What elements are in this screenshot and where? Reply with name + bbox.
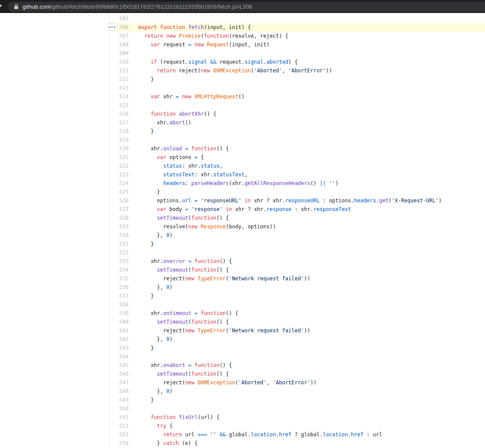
code-token: xhr. <box>138 258 163 264</box>
line-number[interactable]: 505 <box>110 14 129 23</box>
line-number[interactable]: 521 <box>110 153 129 162</box>
line-number[interactable]: 512 <box>110 75 129 84</box>
line-number[interactable]: 524 <box>110 179 129 188</box>
code-token: ) <box>169 232 172 238</box>
line-number[interactable]: 525 <box>110 188 129 196</box>
code-token: href <box>351 432 363 438</box>
code-token: return <box>157 68 175 74</box>
code-line: 518 } <box>110 127 485 136</box>
code-token: ) <box>169 388 172 394</box>
line-number[interactable]: 536 <box>110 283 129 292</box>
line-number[interactable]: 552 <box>110 422 129 430</box>
code-line: 545 xhr.onabort = function() { <box>110 361 485 370</box>
reload-icon[interactable]: ⟳ <box>0 1 5 12</box>
line-number[interactable]: 523 <box>110 170 129 179</box>
line-number[interactable]: 520 <box>110 144 129 153</box>
line-number[interactable]: 531 <box>110 240 129 248</box>
line-number[interactable]: 546 <box>110 370 129 378</box>
line-number[interactable]: 518 <box>110 127 129 136</box>
code-token: xhr. <box>138 362 163 368</box>
line-number[interactable]: 551 <box>110 413 129 422</box>
line-number[interactable]: 541 <box>110 326 129 335</box>
line-number[interactable]: 530 <box>110 231 129 240</box>
line-number[interactable]: 511 <box>110 66 129 75</box>
code-token: function <box>194 258 220 264</box>
line-number[interactable]: 517 <box>110 118 129 127</box>
line-number[interactable]: 537 <box>110 292 129 300</box>
code-line: 540 setTimeout(function() { <box>110 318 485 326</box>
line-content: return reject(new DOMException('Aborted'… <box>129 66 332 75</box>
line-number[interactable]: 543 <box>110 344 129 352</box>
code-token: = <box>185 206 188 212</box>
line-number[interactable]: 508 <box>110 40 129 49</box>
line-content: export function fetch(input, init) { <box>129 23 251 32</box>
line-content: xhr.onerror = function() { <box>129 257 232 266</box>
line-number[interactable]: 550 <box>110 404 129 413</box>
code-token: function <box>191 267 217 273</box>
line-content <box>129 14 138 23</box>
line-number[interactable]: 510 <box>110 58 129 66</box>
expand-line-actions-button[interactable] <box>106 23 118 31</box>
code-token: setTimeout <box>157 371 188 377</box>
code-token <box>176 33 179 39</box>
line-number[interactable]: 544 <box>110 352 129 361</box>
code-token: () { <box>220 258 232 264</box>
line-number[interactable]: 553 <box>110 430 129 439</box>
line-number[interactable]: 519 <box>110 136 129 144</box>
code-token: ontimeout <box>163 310 191 316</box>
code-line: 524 headers: parseHeaders(xhr.getAllResp… <box>110 179 485 188</box>
code-token: reject( <box>176 68 201 74</box>
line-number[interactable]: 535 <box>110 274 129 283</box>
code-line: 530 }, 0) <box>110 231 485 240</box>
code-token <box>157 24 160 30</box>
line-number[interactable]: 507 <box>110 32 129 40</box>
line-number[interactable]: 513 <box>110 84 129 92</box>
line-number[interactable]: 527 <box>110 205 129 214</box>
code-token: function <box>201 310 226 316</box>
code-token: )) <box>304 328 310 334</box>
line-number[interactable]: 534 <box>110 266 129 274</box>
code-token: function <box>194 362 220 368</box>
code-token <box>138 206 157 212</box>
code-token: }, <box>138 284 166 290</box>
code-token: () { <box>217 267 229 273</box>
code-line: 513 <box>110 84 485 92</box>
line-number[interactable]: 509 <box>110 49 129 58</box>
line-number[interactable]: 526 <box>110 196 129 205</box>
line-number[interactable]: 549 <box>110 396 129 404</box>
code-token: xhr <box>160 94 176 100</box>
line-number[interactable]: 539 <box>110 309 129 318</box>
code-token: new <box>201 68 210 74</box>
line-number[interactable]: 533 <box>110 257 129 266</box>
line-content: }, 0) <box>129 335 173 344</box>
line-number[interactable]: 538 <box>110 300 129 309</box>
line-number[interactable]: 532 <box>110 248 129 257</box>
line-number[interactable]: 540 <box>110 318 129 326</box>
line-number[interactable]: 548 <box>110 387 129 396</box>
line-number[interactable]: 528 <box>110 214 129 222</box>
line-number[interactable]: 516 <box>110 110 129 118</box>
lock-icon[interactable] <box>14 4 19 10</box>
code-line: 549 } <box>110 396 485 404</box>
code-token: )) <box>326 68 332 74</box>
line-number[interactable]: 514 <box>110 92 129 101</box>
code-token: '' <box>210 432 216 438</box>
line-number[interactable]: 542 <box>110 335 129 344</box>
line-number[interactable]: 522 <box>110 162 129 170</box>
code-token: : options. <box>320 198 354 204</box>
address-bar[interactable]: github.com/github/fetch/blob/90fb680c1f5… <box>8 2 485 12</box>
code-token: new <box>188 224 198 230</box>
line-content: } <box>129 240 154 248</box>
url-text: github.com/github/fetch/blob/90fb680c1f5… <box>23 3 252 10</box>
line-number[interactable]: 545 <box>110 361 129 370</box>
line-number[interactable]: 554 <box>110 439 129 448</box>
line-number[interactable]: 515 <box>110 101 129 110</box>
line-content: }, 0) <box>129 387 173 396</box>
line-number[interactable]: 547 <box>110 378 129 387</box>
code-line: 516 function abortXhr() { <box>110 110 485 118</box>
line-number[interactable]: 529 <box>110 222 129 231</box>
code-line: 534 setTimeout(function() { <box>110 266 485 274</box>
code-token: fetch <box>188 24 204 30</box>
code-line: 510 if (request.signal && request.signal… <box>110 58 485 66</box>
code-token: status <box>201 163 220 169</box>
